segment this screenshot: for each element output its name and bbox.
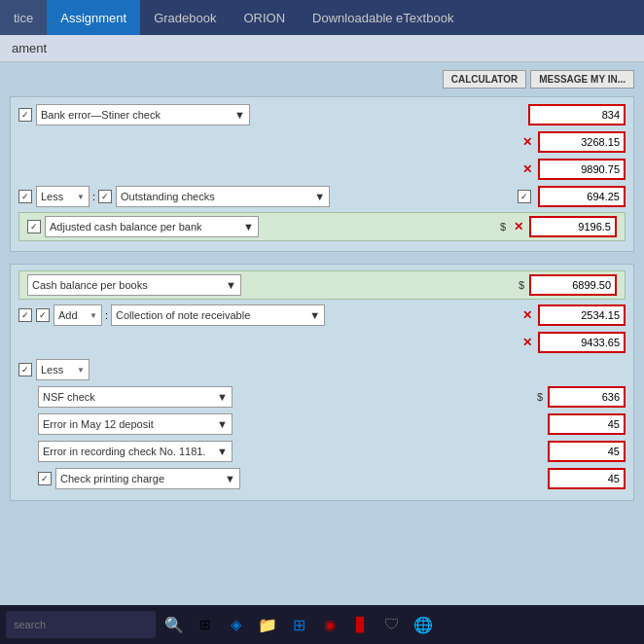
taskbar-red-icon[interactable]: ◉ <box>317 612 342 637</box>
x-mark-2: ✕ <box>522 162 532 176</box>
error-may-dropdown[interactable]: Error in May 12 deposit ▼ <box>38 413 233 435</box>
note-receivable-input[interactable] <box>538 304 626 326</box>
taskbar-folder-icon[interactable]: 📁 <box>255 612 280 637</box>
x-mark-1: ✕ <box>522 135 532 149</box>
error-check-dropdown[interactable]: Error in recording check No. 1181. ▼ <box>38 441 233 462</box>
less-books-dropdown[interactable]: Less ▼ <box>36 359 89 380</box>
print-input[interactable] <box>548 468 626 489</box>
adjusted-checkbox[interactable] <box>27 220 41 233</box>
less-row-checkbox[interactable] <box>18 363 32 376</box>
bank-error-checkbox[interactable] <box>18 108 32 122</box>
outstanding-checks-dropdown[interactable]: Outstanding checks ▼ <box>116 186 330 207</box>
add-dropdown[interactable]: Add ▼ <box>54 304 102 326</box>
breadcrumb: ament <box>0 35 644 62</box>
taskbar: 🔍 ⊞ ◈ 📁 ⊞ ◉ ▊ 🛡 🌐 <box>0 605 644 644</box>
print-dropdown[interactable]: Check printing charge ▼ <box>55 468 240 489</box>
balance-row-2: ✕ <box>18 158 626 181</box>
adjusted-dollar: $ <box>500 221 506 233</box>
bank-error-input[interactable] <box>528 104 626 125</box>
bank-error-dropdown[interactable]: Bank error—Stiner check ▼ <box>36 104 250 125</box>
main-content: CALCULATOR MESSAGE MY IN... Bank error—S… <box>0 62 644 626</box>
nsf-row: NSF check ▼ $ <box>38 385 626 409</box>
spacer-1 <box>10 252 634 258</box>
adjusted-bank-input[interactable] <box>529 216 617 237</box>
nav-item-orion[interactable]: ORION <box>230 0 299 35</box>
adjusted-bank-dropdown[interactable]: Adjusted cash balance per bank ▼ <box>45 216 259 237</box>
error-check-row: Error in recording check No. 1181. ▼ <box>38 440 626 463</box>
taskbar-search[interactable] <box>6 611 156 638</box>
cash-books-input[interactable] <box>529 274 617 296</box>
less-checkbox-1[interactable] <box>18 190 32 203</box>
toolbar: CALCULATOR MESSAGE MY IN... <box>10 70 634 89</box>
print-charge-row: Check printing charge ▼ <box>38 467 626 490</box>
outstanding-input[interactable] <box>538 186 626 207</box>
balance-input-2[interactable] <box>538 159 626 180</box>
add-note-row: Add ▼ : Collection of note receivable ▼ … <box>18 304 626 327</box>
x-mark-4: ✕ <box>522 308 532 322</box>
taskbar-shield-icon[interactable]: 🛡 <box>379 612 405 637</box>
taskbar-windows-icon[interactable]: ⊞ <box>193 612 218 637</box>
nav-item-assignment[interactable]: Assignment <box>47 0 140 35</box>
taskbar-edge-icon[interactable]: ◈ <box>224 612 249 637</box>
taskbar-search-icon[interactable]: 🔍 <box>161 612 187 637</box>
adjusted-bank-row: Adjusted cash balance per bank ▼ $ ✕ <box>18 212 626 241</box>
cash-books-dollar: $ <box>519 279 524 291</box>
outstanding-checks-row: Less ▼ : Outstanding checks ▼ <box>18 185 626 208</box>
x-mark-3: ✕ <box>514 220 523 233</box>
outstanding-checkbox[interactable] <box>98 190 112 203</box>
cash-books-row: Cash balance per books ▼ $ <box>18 270 626 300</box>
cash-books-dropdown[interactable]: Cash balance per books ▼ <box>27 274 241 296</box>
nav-item-etextbook[interactable]: Downloadable eTextbook <box>299 0 467 35</box>
less-row: Less ▼ <box>18 358 626 381</box>
error-may-row: Error in May 12 deposit ▼ <box>38 412 626 436</box>
total-input[interactable] <box>538 332 626 353</box>
add-checkbox-2[interactable] <box>36 308 50 322</box>
balance-row-1: ✕ <box>18 130 626 154</box>
books-section: Cash balance per books ▼ $ Add ▼ : Colle… <box>10 264 634 501</box>
less-dropdown[interactable]: Less ▼ <box>36 186 89 207</box>
taskbar-bar-icon[interactable]: ▊ <box>348 612 374 637</box>
nav-bar: tice Assignment Gradebook ORION Download… <box>0 0 644 35</box>
nsf-dropdown[interactable]: NSF check ▼ <box>38 386 233 408</box>
print-checkbox[interactable] <box>38 472 52 485</box>
taskbar-store-icon[interactable]: ⊞ <box>286 612 311 637</box>
balance-input-1[interactable] <box>538 131 626 153</box>
bank-section: Bank error—Stiner check ▼ ✕ ✕ <box>10 96 634 252</box>
calculator-button[interactable]: CALCULATOR <box>443 70 527 89</box>
nsf-input[interactable] <box>548 386 626 408</box>
note-receivable-dropdown[interactable]: Collection of note receivable ▼ <box>111 304 325 326</box>
nav-item-gradebook[interactable]: Gradebook <box>140 0 230 35</box>
nsf-dollar: $ <box>537 391 543 403</box>
add-checkbox-1[interactable] <box>18 308 32 322</box>
outstanding-check2[interactable] <box>518 190 531 203</box>
message-button[interactable]: MESSAGE MY IN... <box>530 70 634 89</box>
nav-item-practice[interactable]: tice <box>0 0 47 35</box>
total-row: ✕ <box>18 331 626 354</box>
x-mark-5: ✕ <box>522 336 532 349</box>
bank-error-row: Bank error—Stiner check ▼ <box>18 103 626 126</box>
error-may-input[interactable] <box>548 413 626 435</box>
taskbar-globe-icon[interactable]: 🌐 <box>411 612 436 637</box>
error-check-input[interactable] <box>548 441 626 462</box>
